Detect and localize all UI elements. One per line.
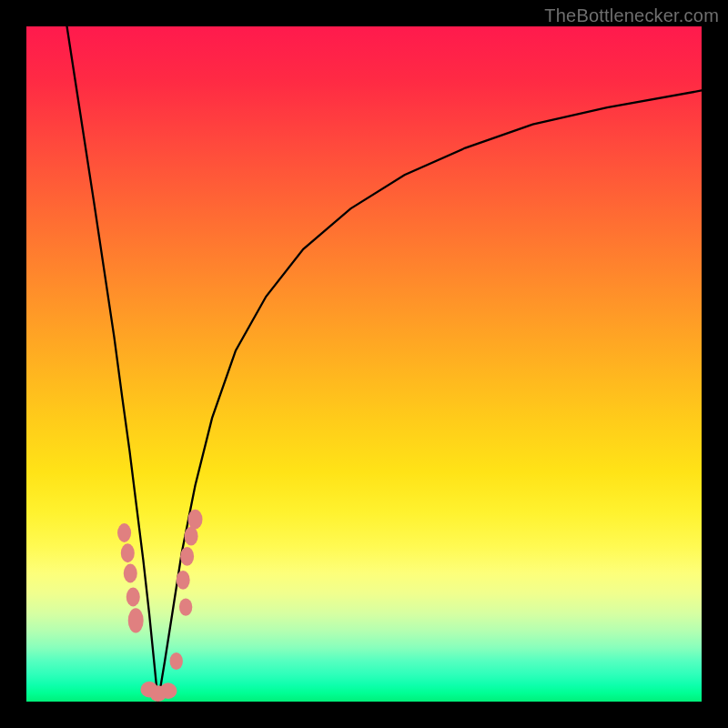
watermark-text: TheBottlenecker.com <box>544 5 719 26</box>
data-marker <box>121 543 135 562</box>
data-marker <box>128 608 144 632</box>
data-marker <box>117 523 131 542</box>
outer-frame: TheBottlenecker.com <box>0 0 728 728</box>
data-marker <box>126 588 140 607</box>
data-marker <box>180 547 194 566</box>
data-marker <box>185 527 198 546</box>
plot-area <box>26 26 702 702</box>
bottleneck-curve-left <box>67 26 158 702</box>
chart-svg <box>26 26 702 702</box>
marker-layer <box>117 510 202 702</box>
data-marker <box>124 564 137 583</box>
bottleneck-curve-right <box>158 90 702 702</box>
data-marker <box>177 571 190 590</box>
data-marker <box>170 652 183 670</box>
data-marker <box>188 510 203 530</box>
data-marker <box>179 599 192 616</box>
data-marker <box>159 682 177 699</box>
curve-layer <box>67 26 702 702</box>
